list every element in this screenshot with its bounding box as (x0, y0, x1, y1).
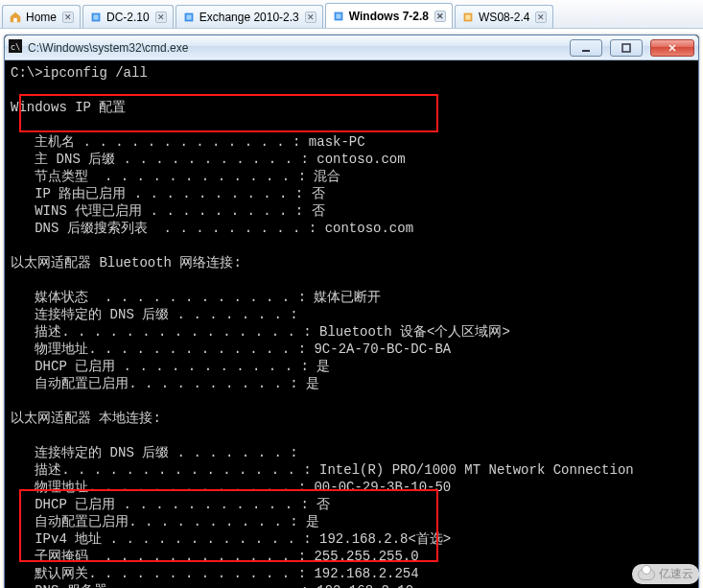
server-icon (461, 11, 475, 24)
window-title: C:\Windows\system32\cmd.exe (28, 41, 562, 55)
watermark: 亿速云 (632, 564, 699, 584)
terminal-line (11, 271, 692, 289)
tab-home[interactable]: Home ✕ (2, 5, 81, 28)
tab-strip: Home ✕ DC-2.10 ✕ Exchange 2010-2.3 ✕ Win… (0, 0, 703, 29)
cmd-icon: c\ (9, 39, 22, 56)
tab-ws08[interactable]: WS08-2.4 ✕ (455, 5, 553, 28)
terminal-line (11, 116, 692, 133)
terminal-line: 描述. . . . . . . . . . . . . . . : Blueto… (11, 323, 692, 341)
svg-rect-8 (465, 14, 470, 19)
terminal-line: 子网掩码 . . . . . . . . . . . . : 255.255.2… (11, 548, 692, 565)
tab-dc[interactable]: DC-2.10 ✕ (82, 5, 174, 28)
terminal-line: Windows IP 配置 (11, 99, 692, 116)
watermark-text: 亿速云 (659, 566, 693, 582)
terminal-line: 物理地址. . . . . . . . . . . . . : 9C-2A-70… (11, 341, 692, 358)
terminal-line: 自动配置已启用. . . . . . . . . . : 是 (11, 513, 692, 530)
terminal-line: 连接特定的 DNS 后缀 . . . . . . . : (11, 306, 692, 323)
terminal-line (11, 237, 692, 254)
terminal-line: 连接特定的 DNS 后缀 . . . . . . . : (11, 444, 692, 461)
tab-label: Exchange 2010-2.3 (199, 11, 299, 24)
close-icon[interactable]: ✕ (155, 12, 167, 23)
svg-text:c\: c\ (11, 42, 21, 52)
svg-rect-6 (336, 13, 340, 18)
svg-rect-12 (622, 44, 630, 52)
close-icon[interactable]: ✕ (434, 11, 446, 22)
close-icon[interactable]: ✕ (62, 12, 74, 23)
cmd-window: c\ C:\Windows\system32\cmd.exe C:\>ipcon… (4, 35, 699, 588)
terminal-line: 媒体状态 . . . . . . . . . . . . : 媒体已断开 (11, 289, 692, 306)
svg-rect-0 (13, 17, 17, 21)
terminal-line: 默认网关. . . . . . . . . . . . . : 192.168.… (11, 565, 692, 582)
terminal-line: DHCP 已启用 . . . . . . . . . . . : 否 (11, 496, 692, 513)
terminal-line: 主机名 . . . . . . . . . . . . . : mask-PC (11, 133, 692, 151)
terminal-line: 以太网适配器 本地连接: (11, 410, 692, 427)
terminal-line: WINS 代理已启用 . . . . . . . . . : 否 (11, 202, 692, 220)
cloud-icon (638, 569, 655, 580)
terminal-line: 描述. . . . . . . . . . . . . . . : Intel(… (11, 461, 692, 479)
terminal-line: IPv4 地址 . . . . . . . . . . . . : 192.16… (11, 530, 692, 548)
server-icon (332, 10, 345, 23)
server-icon (89, 11, 103, 24)
home-icon (9, 11, 22, 24)
terminal-line: 物理地址. . . . . . . . . . . . . : 00-0C-29… (11, 479, 692, 496)
terminal-line: DNS 后缀搜索列表 . . . . . . . . . : contoso.c… (11, 220, 692, 237)
terminal-line (11, 392, 692, 410)
terminal-line (11, 427, 692, 444)
tab-label: DC-2.10 (106, 11, 150, 24)
titlebar[interactable]: c\ C:\Windows\system32\cmd.exe (5, 35, 698, 60)
terminal-line: 节点类型 . . . . . . . . . . . . : 混合 (11, 168, 692, 185)
close-button[interactable] (650, 39, 694, 57)
terminal-output[interactable]: C:\>ipconfig /all Windows IP 配置 主机名 . . … (5, 60, 698, 588)
terminal-line: C:\>ipconfig /all (11, 64, 692, 82)
tab-windows7[interactable]: Windows 7-2.8 ✕ (325, 3, 453, 28)
close-icon[interactable]: ✕ (535, 12, 547, 23)
svg-rect-2 (93, 14, 98, 19)
terminal-line: 自动配置已启用. . . . . . . . . . : 是 (11, 375, 692, 392)
svg-rect-4 (186, 14, 191, 19)
terminal-line: 以太网适配器 Bluetooth 网络连接: (11, 254, 692, 271)
terminal-line: 主 DNS 后缀 . . . . . . . . . . . : contoso… (11, 151, 692, 168)
terminal-line: DHCP 已启用 . . . . . . . . . . . : 是 (11, 358, 692, 375)
close-icon[interactable]: ✕ (305, 12, 316, 23)
server-icon (182, 11, 196, 24)
tab-label: Windows 7-2.8 (349, 10, 429, 23)
maximize-button[interactable] (610, 39, 643, 57)
tab-exchange[interactable]: Exchange 2010-2.3 ✕ (176, 5, 323, 28)
tab-label: Home (26, 11, 57, 24)
terminal-line: DNS 服务器 . . . . . . . . . . . : 192.168.… (11, 582, 692, 588)
terminal-line: IP 路由已启用 . . . . . . . . . . : 否 (11, 185, 692, 202)
terminal-line (11, 82, 692, 99)
tab-label: WS08-2.4 (479, 11, 529, 24)
minimize-button[interactable] (570, 39, 602, 57)
